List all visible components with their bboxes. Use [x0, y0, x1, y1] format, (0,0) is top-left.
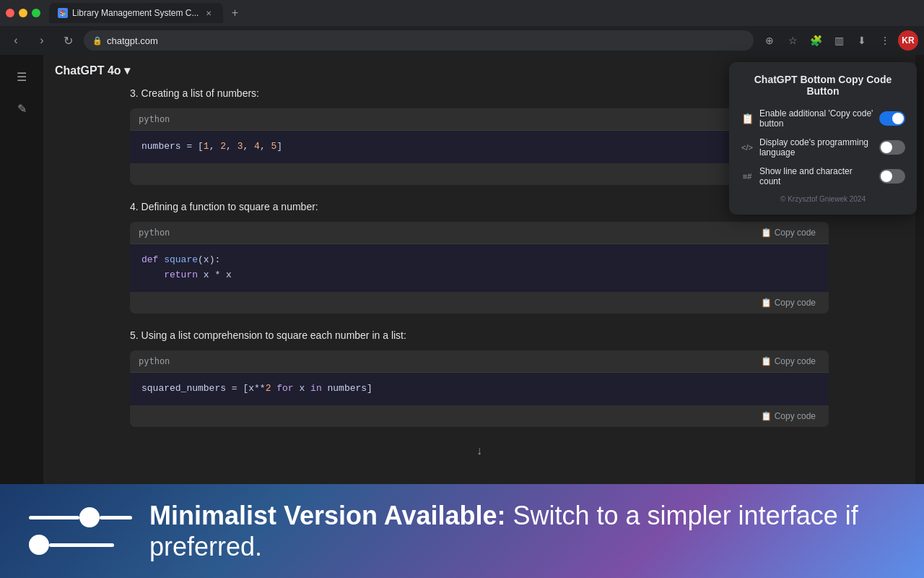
code-block-4-header: python 📋 Copy code — [130, 222, 829, 244]
maximize-window-btn[interactable] — [32, 9, 40, 17]
toolbar-icons: ⊕ ☆ 🧩 ▥ ⬇ ⋮ KR — [759, 30, 918, 51]
model-selector[interactable]: ChatGPT 4o ▾ — [55, 64, 130, 77]
scroll-down-btn[interactable]: ↓ — [130, 441, 829, 460]
code-lang-5: python — [139, 356, 170, 366]
forward-btn[interactable]: › — [32, 30, 52, 51]
copy-icon-4: 📋 — [761, 228, 772, 238]
section-5: 5. Using a list comprehension to square … — [130, 328, 829, 427]
more-btn[interactable]: ⋮ — [875, 30, 895, 51]
popup-footer: © Krzysztof Gniewek 2024 — [741, 195, 905, 203]
code-lang-popup-icon: </> — [741, 143, 754, 152]
copy-code-bottom-5-btn[interactable]: 📋 Copy code — [757, 410, 820, 423]
copy-code-top-4-btn[interactable]: 📋 Copy code — [757, 226, 820, 239]
section-4-number: 4. — [130, 201, 141, 212]
section-3-number: 3. — [130, 87, 141, 99]
address-text: chatgpt.com — [107, 35, 158, 46]
toggle-knob-3 — [881, 171, 892, 182]
popup-title: ChatGPT Bottom Copy Code Button — [741, 74, 905, 97]
copy-code-top-5-btn[interactable]: 📋 Copy code — [757, 355, 820, 368]
code-block-5: python 📋 Copy code squared_numbers = [x*… — [130, 350, 829, 427]
chevron-down-icon: ↓ — [476, 444, 482, 457]
slider-line-2 — [29, 535, 132, 555]
zoom-btn[interactable]: ⊕ — [759, 30, 780, 51]
code-content-5: squared_numbers = [x**2 for x in numbers… — [130, 373, 829, 405]
extension-btn[interactable]: 🧩 — [806, 30, 826, 51]
extension-popup: ChatGPT Bottom Copy Code Button 📋 Enable… — [729, 62, 917, 215]
popup-row-1: 📋 Enable additional 'Copy code' button — [741, 108, 905, 129]
code-block-3: python 📋 Copy code numbers = [1, 2, 3, 4… — [130, 108, 829, 185]
code-footer-4: 📋 Copy code — [130, 292, 829, 314]
new-chat-btn[interactable]: ✎ — [9, 95, 35, 121]
tab-bar: 📚 Library Management System C... ✕ + — [0, 0, 924, 26]
browser-chrome: 📚 Library Management System C... ✕ + ‹ ›… — [0, 0, 924, 55]
toggle-line-count[interactable] — [879, 169, 905, 184]
banner-sliders-icon — [29, 507, 132, 555]
code-block-5-header: python 📋 Copy code — [130, 350, 829, 373]
model-chevron-icon: ▾ — [124, 64, 130, 77]
code-block-3-header: python 📋 Copy code — [130, 108, 829, 131]
tab-label: Library Management System C... — [72, 8, 199, 18]
copy-code-bottom-4-btn[interactable]: 📋 Copy code — [757, 296, 820, 309]
slider-line-1 — [29, 507, 132, 527]
code-content-3: numbers = [1, 2, 3, 4, 5] — [130, 131, 829, 163]
banner-text: Minimalist Version Available: Switch to … — [149, 500, 895, 562]
section-5-number: 5. — [130, 329, 141, 341]
active-tab[interactable]: 📚 Library Management System C... ✕ — [49, 3, 223, 23]
sidebar-btn[interactable]: ▥ — [829, 30, 849, 51]
line-count-popup-icon: ≡# — [741, 172, 754, 181]
toggle-display-lang[interactable] — [879, 140, 905, 155]
section-5-title: 5. Using a list comprehension to square … — [130, 328, 829, 343]
bookmark-btn[interactable]: ☆ — [783, 30, 803, 51]
banner-title-bold: Minimalist Version Available: — [149, 501, 506, 530]
address-bar[interactable]: 🔒 chatgpt.com — [84, 30, 754, 51]
popup-label-2: Display code's programming language — [759, 137, 873, 158]
minimize-window-btn[interactable] — [19, 9, 27, 17]
popup-row-2: </> Display code's programming language — [741, 137, 905, 158]
back-btn[interactable]: ‹ — [6, 30, 26, 51]
toggle-knob-1 — [892, 113, 904, 124]
copy-icon-bottom-4: 📋 — [761, 298, 772, 308]
code-var: numbers — [141, 141, 181, 152]
code-footer-3: 📋 Copy code — [130, 163, 829, 185]
code-footer-5: 📋 Copy code — [130, 405, 829, 427]
code-block-4: python 📋 Copy code def square(x): return… — [130, 222, 829, 314]
toggle-copy-code[interactable] — [879, 111, 905, 126]
profile-avatar[interactable]: KR — [898, 30, 918, 51]
bottom-banner: Minimalist Version Available: Switch to … — [0, 484, 924, 578]
copy-icon-5: 📋 — [761, 356, 772, 366]
address-bar-row: ‹ › ↻ 🔒 chatgpt.com ⊕ ☆ 🧩 ▥ ⬇ ⋮ KR — [0, 26, 924, 55]
reload-btn[interactable]: ↻ — [58, 30, 78, 51]
download-btn[interactable]: ⬇ — [852, 30, 872, 51]
popup-row-3: ≡# Show line and character count — [741, 166, 905, 186]
copy-code-popup-icon: 📋 — [741, 113, 754, 124]
section-4-title: 4. Defining a function to square a numbe… — [130, 199, 829, 215]
lock-icon: 🔒 — [92, 36, 103, 46]
copy-icon-bottom-5: 📋 — [761, 411, 772, 421]
code-lang-3: python — [139, 114, 170, 124]
code-lang-4: python — [139, 228, 170, 238]
close-window-btn[interactable] — [6, 9, 14, 17]
toggle-knob-2 — [881, 142, 892, 153]
window-controls — [6, 9, 40, 17]
section-3: 3. Creating a list of numbers: python 📋 … — [130, 86, 829, 185]
popup-label-1: Enable additional 'Copy code' button — [759, 108, 873, 129]
new-tab-btn[interactable]: + — [226, 4, 243, 22]
section-3-title: 3. Creating a list of numbers: — [130, 86, 829, 101]
toggle-sidebar-btn[interactable]: ☰ — [9, 64, 35, 90]
tab-favicon: 📚 — [58, 8, 68, 18]
tab-close-btn[interactable]: ✕ — [203, 7, 214, 19]
model-name: ChatGPT 4o — [55, 64, 121, 77]
code-content-4: def square(x): return x * x — [130, 244, 829, 292]
section-4: 4. Defining a function to square a numbe… — [130, 199, 829, 314]
popup-label-3: Show line and character count — [759, 166, 873, 186]
